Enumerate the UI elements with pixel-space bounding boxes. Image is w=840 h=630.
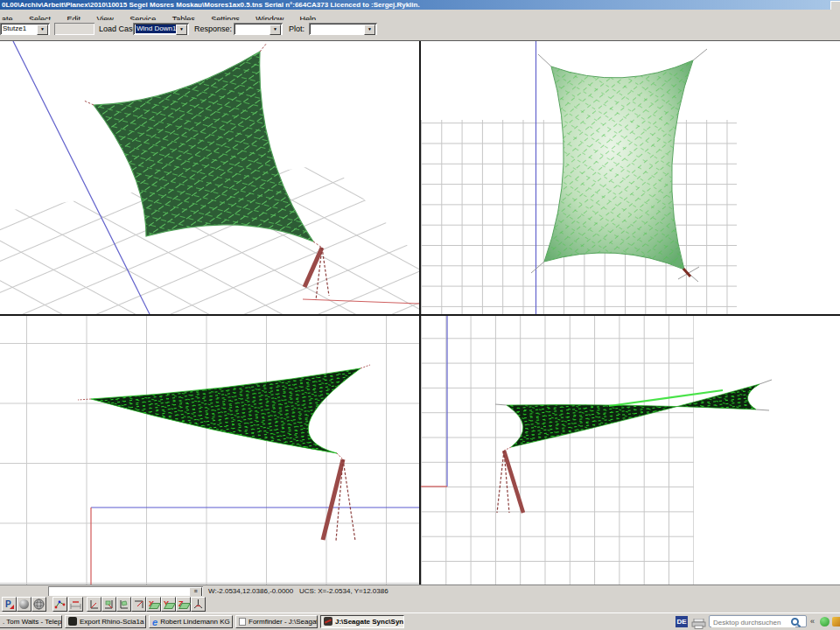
view-toolbar: P bbox=[0, 596, 840, 612]
green-plane-icon bbox=[178, 603, 191, 609]
wireframe-render-button[interactable] bbox=[32, 597, 46, 612]
viewport-plan[interactable] bbox=[421, 41, 840, 314]
view-corner-3-button[interactable] bbox=[116, 597, 131, 612]
selection-combo[interactable]: Stutze1 ▼ bbox=[0, 23, 50, 35]
empty-field bbox=[54, 23, 94, 35]
polyline-points-icon bbox=[54, 598, 66, 610]
taskbar-item-label: Robert Lindemann KG Gr... bbox=[160, 618, 233, 626]
desktop-search-box[interactable] bbox=[709, 615, 807, 627]
elevation-grid bbox=[421, 316, 694, 585]
taskbar-item-label: . Tom Waits - Teleph... bbox=[3, 618, 62, 626]
preview-p-button[interactable]: P bbox=[2, 597, 17, 612]
response-combo[interactable]: ▼ bbox=[234, 23, 283, 35]
shaded-render-button[interactable] bbox=[17, 597, 32, 612]
elevation-grid bbox=[0, 316, 419, 585]
response-combo-value bbox=[236, 24, 270, 33]
viewport-side-elevation[interactable] bbox=[421, 316, 840, 585]
response-label: Response: bbox=[194, 24, 232, 33]
polyline-points-button[interactable] bbox=[52, 597, 67, 612]
corner-axes-icon bbox=[118, 598, 130, 610]
chevron-down-icon[interactable]: ▼ bbox=[364, 24, 375, 35]
taskbar-item-formfinder[interactable]: Formfinder - J:\Seagate ... bbox=[235, 615, 318, 628]
seagate-sync-icon bbox=[324, 617, 332, 626]
dimension-icon bbox=[70, 598, 81, 610]
rhino-app-icon bbox=[68, 617, 77, 626]
taskbar: . Tom Waits - Teleph... Export Rhino-Sci… bbox=[0, 612, 840, 630]
view-axonometric-button[interactable] bbox=[191, 597, 206, 612]
taskbar-item-export-rhino[interactable]: Export Rhino-Scia1a - Rh... bbox=[65, 615, 146, 628]
taskbar-item-label: Formfinder - J:\Seagate ... bbox=[248, 618, 318, 626]
viewport-perspective[interactable] bbox=[0, 41, 419, 314]
corner-axes-icon bbox=[103, 598, 115, 610]
dimension-button[interactable] bbox=[68, 597, 83, 612]
coordinate-readout: W:-2.0534,12.0386,-0.0000 UCS: X=-2.0534… bbox=[208, 587, 388, 595]
status-bar: ≡ W:-2.0534,12.0386,-0.0000 UCS: X=-2.05… bbox=[0, 584, 840, 597]
view-x-button[interactable]: X bbox=[146, 597, 161, 612]
selection-combo-value: Stutze1 bbox=[3, 24, 38, 33]
corner-axes-icon bbox=[133, 598, 144, 610]
chevron-down-icon[interactable]: ▼ bbox=[270, 24, 281, 35]
view-z-button[interactable]: Z bbox=[176, 597, 191, 612]
formfinder-app-icon bbox=[239, 618, 246, 626]
view-corner-2-button[interactable] bbox=[102, 597, 116, 612]
plot-combo[interactable]: ▼ bbox=[309, 23, 377, 35]
view-corner-1-button[interactable] bbox=[87, 597, 102, 612]
membrane-sail-plan bbox=[544, 60, 693, 270]
language-indicator[interactable]: DE bbox=[676, 616, 688, 627]
orange-tray-icon[interactable] bbox=[832, 617, 840, 626]
window-titlebar[interactable]: 0L00\Archiv\Arbeit\Planex\2010\10015 Seg… bbox=[0, 0, 840, 10]
load-case-combo-value: Wind Down15 bbox=[136, 24, 177, 33]
command-input[interactable]: ≡ bbox=[48, 586, 203, 596]
plot-label: Plot: bbox=[289, 24, 304, 33]
green-plane-icon bbox=[149, 603, 161, 609]
search-icon[interactable] bbox=[791, 618, 799, 626]
search-input[interactable] bbox=[711, 617, 795, 627]
viewport-divider-vertical[interactable] bbox=[419, 41, 421, 585]
plot-combo-value bbox=[312, 24, 365, 33]
printer-tray-icon[interactable] bbox=[691, 617, 706, 630]
load-case-combo[interactable]: Wind Down15 ▼ bbox=[133, 23, 189, 35]
chevron-down-icon[interactable]: ▼ bbox=[37, 24, 48, 35]
tray-expand-chevron[interactable]: « bbox=[810, 616, 815, 627]
shaded-sphere-icon bbox=[18, 598, 30, 610]
green-plane-icon bbox=[164, 603, 176, 609]
viewport-area[interactable] bbox=[0, 40, 840, 585]
green-tray-icon[interactable] bbox=[820, 617, 830, 626]
taskbar-item-label: Export Rhino-Scia1a - Rh... bbox=[80, 618, 146, 626]
taskbar-item-seagate-sync[interactable]: J:\Seagate Sync\Syn... bbox=[320, 615, 404, 628]
view-corner-4-button[interactable] bbox=[131, 597, 146, 612]
viewport-front-elevation[interactable] bbox=[0, 316, 419, 585]
view-y-button[interactable]: Y bbox=[161, 597, 176, 612]
chevron-down-icon[interactable]: ▼ bbox=[176, 24, 187, 35]
red-arrow-icon bbox=[10, 605, 14, 609]
corner-axes-icon bbox=[88, 598, 100, 610]
taskbar-item-label: J:\Seagate Sync\Syn... bbox=[335, 618, 404, 626]
wireframe-sphere-icon bbox=[33, 598, 45, 610]
axonometric-axes-icon bbox=[192, 598, 204, 610]
taskbar-item-tom-waits[interactable]: . Tom Waits - Teleph... bbox=[0, 615, 62, 628]
taskbar-item-internet-explorer[interactable]: eRobert Lindemann KG Gr... bbox=[149, 615, 233, 628]
window-title: 0L00\Archiv\Arbeit\Planex\2010\10015 Seg… bbox=[2, 0, 420, 10]
internet-explorer-icon: e bbox=[152, 618, 158, 626]
viewport-divider-horizontal[interactable] bbox=[0, 314, 840, 316]
main-toolbar: Stutze1 ▼ Load Case: Wind Down15 ▼ Respo… bbox=[0, 20, 840, 40]
application-window: 0L00\Archiv\Arbeit\Planex\2010\10015 Seg… bbox=[0, 0, 840, 630]
